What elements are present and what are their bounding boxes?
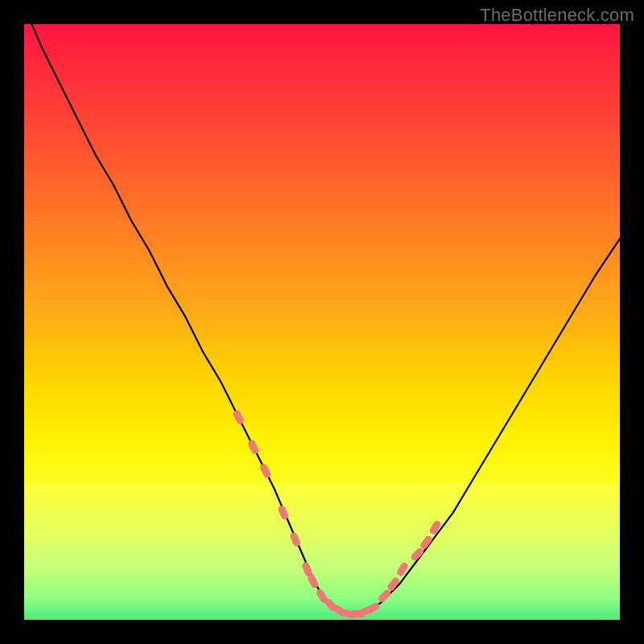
watermark-text: TheBottleneck.com — [480, 5, 634, 26]
plot-area — [24, 24, 620, 620]
curve-marker — [259, 463, 272, 479]
curve-marker — [289, 531, 302, 547]
chart-svg — [24, 24, 620, 620]
curve-marker — [232, 409, 245, 425]
curve-markers — [232, 409, 442, 619]
bottleneck-curve — [24, 24, 620, 614]
chart-frame: TheBottleneck.com — [0, 0, 644, 644]
curve-marker — [247, 439, 260, 455]
curve-marker — [377, 588, 392, 604]
curve-marker — [428, 519, 442, 535]
